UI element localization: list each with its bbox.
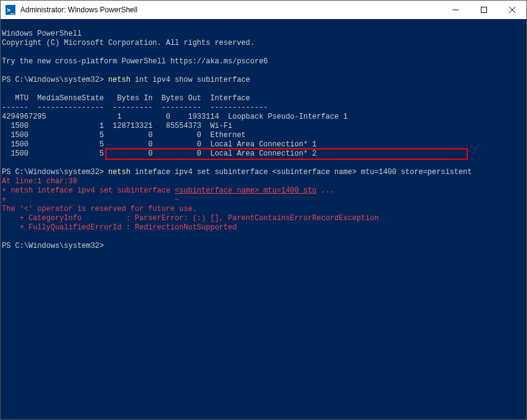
header-line-1: Windows PowerShell <box>2 30 82 38</box>
terminal-output[interactable]: Windows PowerShell Copyright (C) Microso… <box>1 19 526 419</box>
cmd-args: int ipv4 show subinterface <box>131 76 250 84</box>
prompt-line-2: PS C:\Windows\system32> netsh inteface i… <box>2 168 472 176</box>
table-row: 1500 1 128713321 85554373 Wi-Fi <box>2 122 232 130</box>
error-line-1: At line:1 char:38 <box>2 177 77 186</box>
error-line-6: + FullyQualifiedErrorId : RedirectionNot… <box>2 223 237 232</box>
minimize-button[interactable] <box>441 1 470 19</box>
error-line-5: + CategoryInfo : ParserError: (:) [], Pa… <box>2 214 379 223</box>
cmd-args: inteface ipv4 set subinterface <subinter… <box>131 168 472 176</box>
svg-rect-0 <box>481 7 487 13</box>
close-button[interactable] <box>498 1 526 19</box>
prompt-text: PS C:\Windows\system32> <box>2 76 108 84</box>
try-message: Try the new cross-platform PowerShell ht… <box>2 57 268 66</box>
powershell-icon: >_ <box>6 5 15 15</box>
cmd-netsh: netsh <box>108 168 131 176</box>
table-row: 1500 5 0 0 Local Area Connection* 2 <box>2 149 316 158</box>
table-header: MTU MediaSenseState Bytes In Bytes Out I… <box>2 94 250 103</box>
cmd-netsh: netsh <box>108 76 131 84</box>
error-line-3: + ~ <box>2 196 179 204</box>
error-line-2: + netsh inteface ipv4 set subinterface <… <box>2 186 334 195</box>
window-title: Administrator: Windows PowerShell <box>20 6 137 14</box>
prompt-line-1: PS C:\Windows\system32> netsh int ipv4 s… <box>2 76 250 84</box>
error-line-4: The '<' operator is reserved for future … <box>2 205 197 213</box>
error-tilde: ~ <box>175 196 179 204</box>
header-line-2: Copyright (C) Microsoft Corporation. All… <box>2 39 254 47</box>
table-row: 1500 5 0 0 Local Area Connection* 1 <box>2 140 316 149</box>
prompt-text: PS C:\Windows\system32> <box>2 168 108 176</box>
error-text: + netsh inteface ipv4 set subinterface <box>2 186 175 195</box>
prompt-line-3: PS C:\Windows\system32> <box>2 242 108 250</box>
maximize-button[interactable] <box>470 1 498 19</box>
error-underline: <subinterface name> mtu=1400 sto <box>175 186 316 195</box>
powershell-window: >_ Administrator: Windows PowerShell Win… <box>0 0 527 420</box>
table-row: 4294967295 1 0 1933114 Loopback Pseudo-I… <box>2 113 348 121</box>
error-spaces: + <box>2 196 175 204</box>
table-divider: ------ --------------- --------- -------… <box>2 103 268 112</box>
error-text: ... <box>316 186 334 195</box>
prompt-text: PS C:\Windows\system32> <box>2 242 108 250</box>
table-row: 1500 5 0 0 Ethernet <box>2 131 246 140</box>
title-bar[interactable]: >_ Administrator: Windows PowerShell <box>1 1 526 19</box>
